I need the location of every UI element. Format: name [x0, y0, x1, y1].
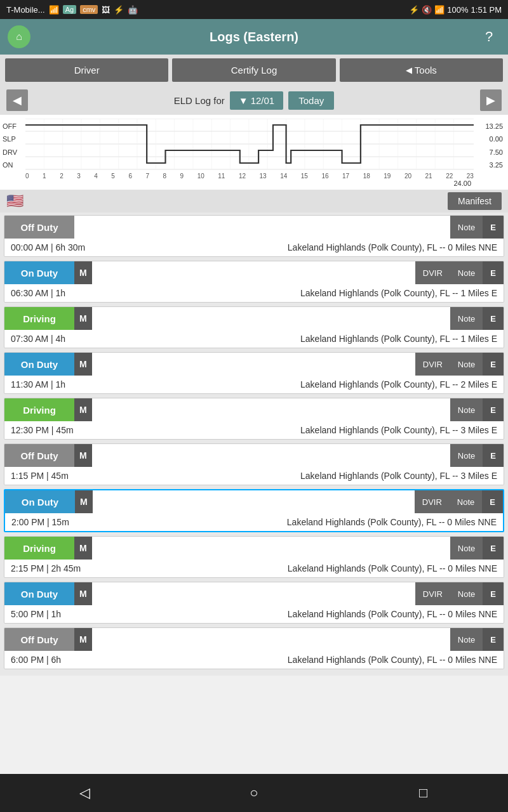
chart-label-drv: DRV	[3, 146, 25, 159]
note-button[interactable]: Note	[450, 216, 483, 239]
spacer	[92, 261, 415, 284]
m-badge: M	[74, 307, 92, 330]
chart-label-off: OFF	[3, 120, 25, 133]
tools-label: Tools	[415, 65, 437, 75]
chart-label-on: ON	[3, 159, 25, 171]
note-button[interactable]: Note	[450, 398, 483, 421]
e-button[interactable]: E	[483, 582, 504, 605]
bluetooth-icon: ⚡	[409, 5, 419, 15]
log-detail: 07:30 AM | 4h Lakeland Highlands (Polk C…	[4, 330, 504, 348]
log-location: Lakeland Highlands (Polk County), FL -- …	[93, 655, 497, 665]
manifest-button[interactable]: Manifest	[448, 192, 502, 210]
log-location: Lakeland Highlands (Polk County), FL -- …	[94, 517, 497, 527]
dvir-button[interactable]: DVIR	[415, 490, 450, 513]
note-button[interactable]: Note	[450, 261, 483, 284]
status-badge: Off Duty	[4, 444, 74, 467]
log-entry[interactable]: On Duty M DVIR Note E 06:30 AM | 1h Lake…	[4, 261, 504, 303]
status-bar-right: ⚡ 🔇 📶 100% 1:51 PM	[409, 5, 502, 15]
log-entry[interactable]: On Duty M DVIR Note E 2:00 PM | 15m Lake…	[4, 489, 504, 532]
e-button[interactable]: E	[483, 398, 504, 421]
log-entry[interactable]: Driving M Note E 12:30 PM | 45m Lakeland…	[4, 398, 504, 440]
log-entry[interactable]: Driving M Note E 07:30 AM | 4h Lakeland …	[4, 306, 504, 348]
log-entry[interactable]: Driving M Note E 2:15 PM | 2h 45m Lakela…	[4, 536, 504, 578]
log-entries-list: Off Duty Note E 00:00 AM | 6h 30m Lakela…	[0, 213, 508, 676]
log-detail: 6:00 PM | 6h Lakeland Highlands (Polk Co…	[4, 651, 504, 669]
spacer	[92, 398, 450, 421]
note-button[interactable]: Note	[450, 353, 483, 376]
note-button[interactable]: Note	[450, 490, 482, 513]
status-badge: Driving	[4, 398, 74, 421]
date-button[interactable]: ▼ 12/01	[230, 91, 283, 110]
log-entry[interactable]: On Duty M DVIR Note E 11:30 AM | 1h Lake…	[4, 352, 504, 394]
log-entry[interactable]: Off Duty Note E 00:00 AM | 6h 30m Lakela…	[4, 215, 504, 257]
log-entry[interactable]: On Duty M DVIR Note E 5:00 PM | 1h Lakel…	[4, 582, 504, 624]
mute-icon: 🔇	[422, 5, 432, 15]
flag-manifest-row: 🇺🇸 Manifest	[0, 190, 508, 213]
status-bar-left: T-Mobile... 📶 Ag cmv 🖼 ⚡ 🤖	[6, 5, 138, 15]
recent-button[interactable]: □	[404, 780, 443, 806]
battery-label: 100%	[447, 5, 468, 15]
note-button[interactable]: Note	[450, 628, 483, 651]
chart-value-off: 13.25	[476, 120, 503, 133]
log-entry[interactable]: Off Duty M Note E 1:15 PM | 45m Lakeland…	[4, 443, 504, 485]
chart-hour-13: 13	[260, 173, 267, 180]
dvir-button[interactable]: DVIR	[415, 582, 450, 605]
dropdown-icon: ▼	[239, 95, 248, 106]
e-button[interactable]: E	[482, 490, 503, 513]
log-header: Driving M Note E	[4, 307, 504, 330]
log-time: 6:00 PM | 6h	[11, 655, 93, 665]
e-button[interactable]: E	[483, 353, 504, 376]
prev-icon: ◀	[13, 93, 22, 107]
certify-log-button[interactable]: Certify Log	[172, 58, 335, 82]
home-nav-button[interactable]: ○	[235, 780, 273, 806]
home-icon: ⌂	[16, 31, 22, 43]
next-icon: ▶	[486, 93, 495, 107]
chart-hour-3: 3	[77, 173, 81, 180]
spacer	[92, 307, 450, 330]
page-title: Logs (Eastern)	[30, 30, 478, 44]
help-button[interactable]: ?	[478, 29, 500, 45]
log-header: On Duty M DVIR Note E	[4, 582, 504, 605]
log-location: Lakeland Highlands (Polk County), FL -- …	[93, 288, 497, 298]
next-date-button[interactable]: ▶	[480, 89, 502, 111]
note-button[interactable]: Note	[450, 444, 483, 467]
dvir-button[interactable]: DVIR	[415, 353, 450, 376]
prev-date-button[interactable]: ◀	[6, 89, 28, 111]
e-button[interactable]: E	[483, 307, 504, 330]
back-button[interactable]: ◁	[65, 780, 104, 806]
chart-hour-12: 12	[239, 173, 246, 180]
status-badge: Driving	[4, 537, 74, 560]
dvir-button[interactable]: DVIR	[415, 261, 450, 284]
log-time: 06:30 AM | 1h	[11, 288, 93, 298]
chart-hour-14: 14	[280, 173, 287, 180]
status-badge: On Duty	[4, 582, 74, 605]
log-entry[interactable]: Off Duty M Note E 6:00 PM | 6h Lakeland …	[4, 627, 504, 669]
today-button[interactable]: Today	[288, 91, 334, 110]
e-button[interactable]: E	[483, 216, 504, 239]
note-button[interactable]: Note	[450, 307, 483, 330]
log-time: 12:30 PM | 45m	[11, 425, 93, 435]
e-button[interactable]: E	[483, 628, 504, 651]
note-button[interactable]: Note	[450, 582, 483, 605]
chart-hour-23: 23	[467, 173, 474, 180]
sim-icon: 📶	[49, 5, 59, 15]
log-detail: 5:00 PM | 1h Lakeland Highlands (Polk Co…	[4, 605, 504, 623]
manifest-label: Manifest	[458, 196, 491, 206]
m-badge: M	[74, 353, 92, 376]
home-button[interactable]: ⌂	[8, 25, 30, 48]
driver-button[interactable]: Driver	[5, 58, 168, 82]
spacer	[92, 353, 415, 376]
e-button[interactable]: E	[483, 537, 504, 560]
app-header: ⌂ Logs (Eastern) ?	[0, 19, 508, 55]
log-header: Driving M Note E	[4, 537, 504, 560]
m-badge: M	[75, 490, 93, 513]
log-detail: 1:15 PM | 45m Lakeland Highlands (Polk C…	[4, 467, 504, 485]
chart-hour-20: 20	[404, 173, 411, 180]
e-button[interactable]: E	[483, 444, 504, 467]
spacer	[92, 628, 450, 651]
log-time: 11:30 AM | 1h	[11, 379, 93, 390]
log-time: 07:30 AM | 4h	[11, 334, 93, 344]
tools-button[interactable]: ◀ Tools	[340, 58, 503, 82]
e-button[interactable]: E	[483, 261, 504, 284]
note-button[interactable]: Note	[450, 537, 483, 560]
